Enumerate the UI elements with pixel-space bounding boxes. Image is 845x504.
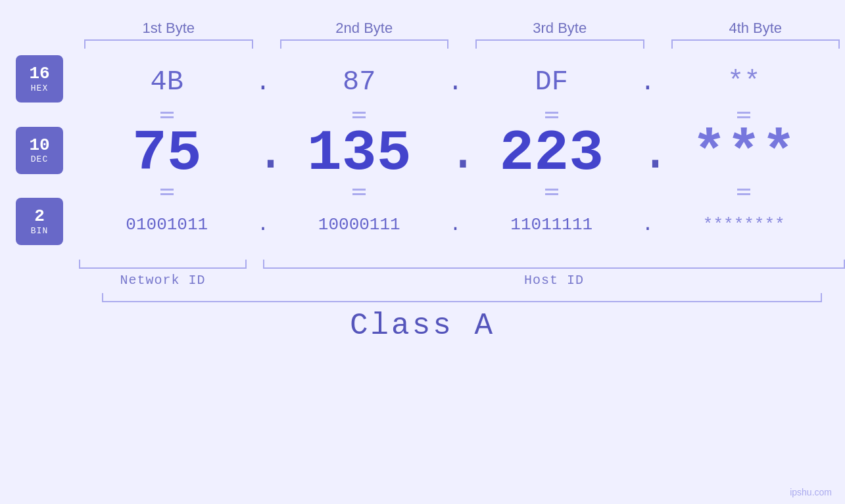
hex-badge-number: 16: [29, 64, 49, 83]
byte-header-4: 4th Byte: [666, 20, 846, 37]
watermark: ipshu.com: [790, 487, 832, 497]
equals-7: [545, 189, 558, 195]
equals-6: [352, 189, 366, 195]
equals-8: [737, 189, 750, 195]
top-bracket-1: [84, 39, 253, 49]
bin-byte-4: ********: [703, 215, 785, 235]
class-bracket: [102, 293, 822, 302]
top-bracket-2: [280, 39, 449, 49]
class-label: Class A: [0, 309, 845, 343]
bin-byte-1: 01001011: [126, 215, 208, 235]
byte-header-1: 1st Byte: [79, 20, 258, 37]
hex-badge: 16 HEX: [16, 55, 63, 103]
hex-byte-4: **: [727, 66, 760, 98]
network-bracket: [79, 260, 247, 269]
bin-badge-number: 2: [34, 207, 45, 226]
dec-badge-label: DEC: [31, 154, 48, 164]
dec-byte-3: 223: [500, 121, 604, 186]
hex-badge-label: HEX: [31, 83, 48, 93]
byte-header-2: 2nd Byte: [275, 20, 454, 37]
dec-byte-2: 135: [307, 121, 411, 186]
bin-badge: 2 BIN: [16, 198, 63, 245]
hex-byte-2: 87: [343, 66, 375, 98]
equals-3: [545, 112, 558, 118]
host-id-label: Host ID: [263, 273, 845, 288]
dec-byte-4: ***: [692, 121, 796, 186]
dec-badge-number: 10: [29, 136, 49, 155]
dec-byte-1: 75: [132, 121, 202, 186]
top-bracket-3: [475, 39, 644, 49]
dec-badge: 10 DEC: [16, 127, 63, 174]
byte-header-3: 3rd Byte: [470, 20, 650, 37]
bin-badge-label: BIN: [31, 226, 48, 236]
equals-1: [160, 112, 174, 118]
bin-byte-2: 10000111: [318, 215, 400, 235]
equals-4: [737, 112, 750, 118]
hex-byte-1: 4B: [151, 66, 183, 98]
bin-byte-3: 11011111: [510, 215, 592, 235]
top-bracket-4: [671, 39, 840, 49]
hex-byte-3: DF: [535, 66, 568, 98]
equals-2: [352, 112, 366, 118]
equals-5: [160, 189, 174, 195]
host-bracket: [263, 260, 845, 269]
main-container: 1st Byte 2nd Byte 3rd Byte 4th Byte 16 H…: [0, 0, 845, 504]
network-id-label: Network ID: [79, 273, 247, 288]
